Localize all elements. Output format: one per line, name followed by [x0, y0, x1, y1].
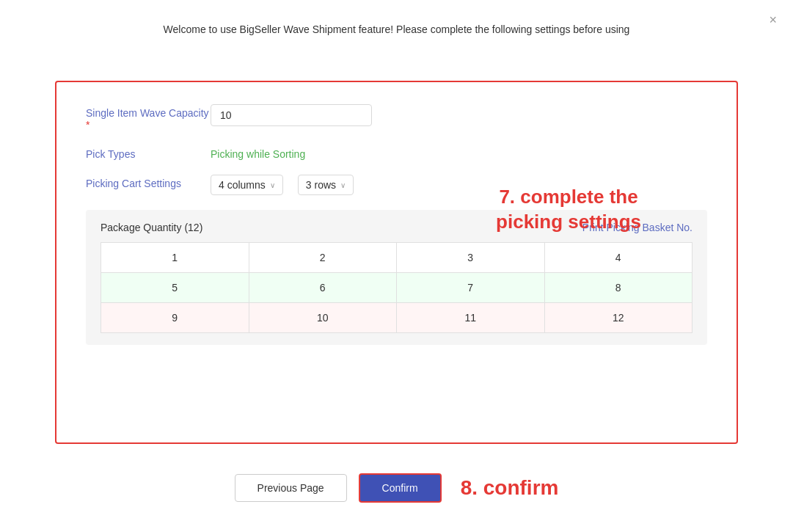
grid-row-3: 9 10 11 12 — [101, 303, 692, 333]
capacity-input[interactable] — [211, 104, 372, 126]
columns-chevron-icon: ∨ — [270, 181, 275, 189]
confirm-button[interactable]: Confirm — [359, 473, 442, 503]
grid-cell: 3 — [397, 243, 545, 273]
grid-cell: 5 — [101, 273, 249, 303]
confirm-hint: 8. confirm — [461, 476, 559, 500]
grid-row-2: 5 6 7 8 — [101, 273, 692, 303]
required-star: * — [86, 119, 89, 131]
columns-select[interactable]: 4 columns ∨ — [211, 175, 283, 195]
pick-types-label: Pick Types — [86, 145, 211, 160]
cart-settings-label: Picking Cart Settings — [86, 175, 211, 189]
picking-hint: 7. complete the picking settings — [496, 185, 641, 235]
welcome-text: Welcome to use BigSeller Wave Shipment f… — [164, 23, 630, 35]
previous-page-button[interactable]: Previous Page — [235, 474, 347, 502]
package-grid: 1 2 3 4 5 6 7 8 9 10 11 12 — [101, 242, 692, 333]
grid-cell: 11 — [397, 303, 545, 333]
capacity-label: Single Item Wave Capacity * — [86, 104, 211, 131]
close-button[interactable]: × — [769, 13, 777, 26]
close-icon: × — [769, 12, 777, 27]
grid-cell: 9 — [101, 303, 249, 333]
main-card: Single Item Wave Capacity * Pick Types P… — [55, 81, 738, 444]
rows-chevron-icon: ∨ — [340, 181, 346, 189]
grid-cell: 4 — [544, 243, 692, 273]
grid-cell: 10 — [249, 303, 397, 333]
pick-types-value: Picking while Sorting — [211, 145, 305, 160]
grid-cell: 8 — [544, 273, 692, 303]
grid-cell: 6 — [249, 273, 397, 303]
pick-types-row: Pick Types Picking while Sorting — [86, 145, 707, 160]
footer-buttons: Previous Page Confirm 8. confirm — [235, 473, 559, 503]
grid-row-1: 1 2 3 4 — [101, 243, 692, 273]
rows-select[interactable]: 3 rows ∨ — [298, 175, 354, 195]
grid-cell: 12 — [544, 303, 692, 333]
capacity-row: Single Item Wave Capacity * — [86, 104, 707, 131]
package-quantity-label: Package Quantity (12) — [101, 222, 202, 233]
grid-cell: 2 — [249, 243, 397, 273]
grid-cell: 1 — [101, 243, 249, 273]
grid-cell: 7 — [397, 273, 545, 303]
